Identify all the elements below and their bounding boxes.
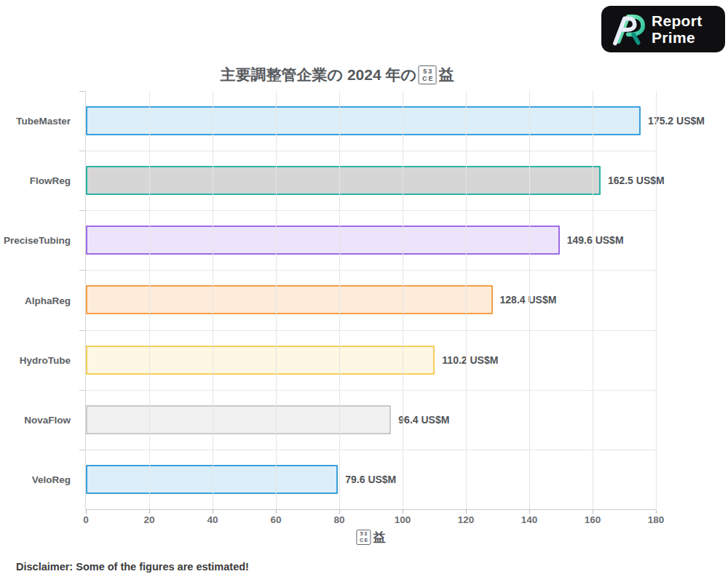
y-axis-labels: TubeMasterFlowRegPreciseTubingAlphaRegHy… [0, 91, 78, 509]
x-tick-label: 40 [207, 514, 218, 525]
plot-area: 175.2 US$M162.5 US$M149.6 US$M128.4 US$M… [85, 91, 656, 510]
bar-row: 128.4 US$M [86, 270, 656, 330]
chart-title: 主要調整管企業の 2024 年の 53 CE 益 [221, 65, 454, 85]
category-label: NovaFlow [24, 414, 71, 425]
row-separator [79, 151, 656, 151]
x-axis-tick [593, 510, 593, 514]
category-label: VeloReg [32, 474, 71, 485]
gridline [656, 91, 657, 509]
category-label: TubeMaster [16, 116, 71, 127]
y-axis-tick [79, 390, 86, 391]
x-axis-tick [529, 510, 530, 514]
x-axis-tick [339, 510, 340, 514]
gridline [276, 91, 277, 509]
bar [86, 166, 601, 195]
x-axis-tick [403, 510, 403, 514]
x-tick-label: 160 [585, 514, 601, 525]
bar [86, 285, 493, 314]
x-axis-tick [213, 510, 213, 514]
x-axis-label-suffix: 益 [373, 529, 386, 546]
row-separator [79, 210, 656, 211]
gridline [593, 91, 593, 509]
disclaimer-text: Disclaimer: Some of the figures are esti… [16, 561, 249, 573]
bar [86, 405, 391, 434]
bar-value-label: 149.6 US$M [567, 234, 624, 246]
bar-value-label: 79.6 US$M [345, 474, 396, 485]
x-tick-label: 180 [648, 514, 665, 525]
bar [86, 346, 435, 375]
x-axis-tick [149, 510, 150, 514]
logo-line1: Report [652, 12, 702, 29]
y-axis-tick [79, 450, 86, 450]
gridline [149, 91, 150, 509]
bar [86, 226, 560, 255]
y-axis-tick [79, 270, 86, 271]
bar-row: 96.4 US$M [86, 390, 656, 450]
bar-row: 149.6 US$M [86, 210, 656, 270]
x-axis-tick [466, 510, 467, 514]
row-separator [79, 450, 656, 450]
y-axis-tick [79, 210, 86, 211]
category-label: PreciseTubing [4, 235, 71, 246]
gridline [529, 91, 530, 509]
bar-rows: 175.2 US$M162.5 US$M149.6 US$M128.4 US$M… [86, 91, 656, 509]
y-axis-tick [79, 91, 86, 92]
bar-row: 79.6 US$M [86, 450, 656, 509]
x-axis-label: 53 CE 益 [354, 529, 385, 546]
chart-title-suffix: 益 [438, 65, 454, 85]
row-separator [79, 270, 656, 271]
x-axis-tick [86, 510, 87, 514]
x-tick-label: 140 [521, 514, 538, 525]
chart-title-prefix: 主要調整管企業の 2024 年の [221, 65, 416, 85]
bar-row: 175.2 US$M [86, 91, 656, 151]
gridline [466, 91, 467, 509]
bar-value-label: 96.4 US$M [398, 414, 449, 426]
x-tick-label: 60 [270, 514, 281, 525]
x-tick-label: 20 [143, 514, 154, 525]
gridline [339, 91, 340, 509]
report-prime-logo: Report Prime [601, 6, 725, 52]
x-tick-label: 100 [395, 514, 411, 525]
bar [86, 106, 641, 135]
bar-value-label: 128.4 US$M [500, 294, 557, 306]
x-axis-tick [656, 510, 657, 514]
bar-value-label: 110.2 US$M [442, 354, 498, 366]
x-tick-label: 120 [458, 514, 475, 525]
gridline [213, 91, 213, 509]
bar-row: 110.2 US$M [86, 330, 656, 390]
x-tick-label: 0 [83, 514, 89, 525]
logo-line2: Prime [652, 29, 702, 46]
gridline [403, 91, 403, 509]
row-separator [79, 330, 656, 331]
x-axis-tick [276, 510, 277, 514]
missing-glyph-box-icon: 53 CE [419, 65, 437, 85]
x-tick-label: 80 [333, 514, 344, 525]
category-label: HydroTube [20, 354, 71, 365]
y-axis-tick [79, 151, 86, 151]
y-axis-tick [79, 330, 86, 331]
report-prime-r-icon [609, 10, 646, 48]
bar-row: 162.5 US$M [86, 151, 656, 210]
category-label: FlowReg [30, 175, 71, 186]
missing-glyph-box-icon: 53 CE [356, 530, 371, 544]
logo-wordmark: Report Prime [652, 12, 702, 46]
row-separator [79, 390, 656, 391]
category-label: AlphaReg [25, 295, 71, 306]
